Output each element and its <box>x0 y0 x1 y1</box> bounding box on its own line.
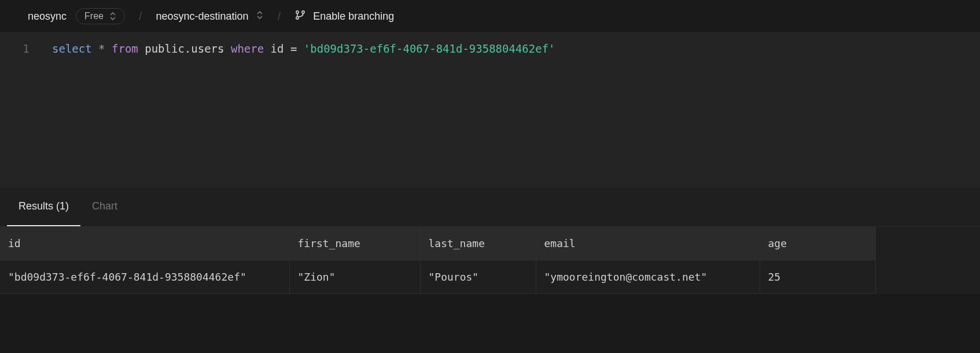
plan-badge-label: Free <box>84 11 104 21</box>
sql-column: id <box>271 42 284 55</box>
svg-point-0 <box>296 10 299 13</box>
git-branch-icon <box>294 9 306 24</box>
cell-age: 25 <box>760 260 875 294</box>
column-header-email[interactable]: email <box>536 227 760 260</box>
sql-string: 'bd09d373-ef6f-4067-841d-9358804462ef' <box>304 42 555 55</box>
project-name[interactable]: neosync <box>28 10 67 23</box>
breadcrumb-separator: / <box>273 10 286 23</box>
sql-operator: = <box>290 42 297 55</box>
sql-editor[interactable]: 1 select * from public.users where id = … <box>0 33 980 187</box>
plan-badge[interactable]: Free <box>76 8 125 24</box>
enable-branching-label: Enable branching <box>313 10 394 23</box>
results-table-wrap: id first_name last_name email age "bd09d… <box>0 227 980 294</box>
line-number: 1 <box>0 40 52 57</box>
column-header-id[interactable]: id <box>0 227 289 260</box>
header: neosync Free / neosync-destination / Ena… <box>0 0 980 33</box>
results-table: id first_name last_name email age "bd09d… <box>0 227 876 294</box>
column-header-first-name[interactable]: first_name <box>289 227 420 260</box>
column-header-age[interactable]: age <box>760 227 875 260</box>
column-header-last-name[interactable]: last_name <box>420 227 536 260</box>
enable-branching-button[interactable]: Enable branching <box>294 9 394 24</box>
branch-selector[interactable]: neosync-destination <box>156 10 264 23</box>
cell-id: "bd09d373-ef6f-4067-841d-9358804462ef" <box>0 260 289 294</box>
table-header-row: id first_name last_name email age <box>0 227 875 260</box>
cell-first-name: "Zion" <box>289 260 420 294</box>
sql-keyword-where: where <box>231 42 264 55</box>
results-panel: Results (1) Chart id first_name last_nam… <box>0 187 980 294</box>
sql-star: * <box>98 42 105 55</box>
results-tabs: Results (1) Chart <box>0 187 980 227</box>
sql-code: select * from public.users where id = 'b… <box>52 40 555 57</box>
svg-point-2 <box>296 16 299 19</box>
cell-email: "ymooreington@comcast.net" <box>536 260 760 294</box>
svg-point-1 <box>302 10 304 13</box>
breadcrumb-separator: / <box>134 10 147 23</box>
sql-keyword-select: select <box>52 42 92 55</box>
tab-results[interactable]: Results (1) <box>7 187 80 226</box>
table-row[interactable]: "bd09d373-ef6f-4067-841d-9358804462ef" "… <box>0 260 875 294</box>
chevron-updown-icon <box>109 12 116 21</box>
chevron-updown-icon <box>256 10 264 23</box>
sql-table: public.users <box>145 42 224 55</box>
branch-name: neosync-destination <box>156 10 249 23</box>
editor-line: 1 select * from public.users where id = … <box>0 40 980 57</box>
cell-last-name: "Pouros" <box>420 260 536 294</box>
sql-keyword-from: from <box>112 42 138 55</box>
tab-chart[interactable]: Chart <box>80 187 129 226</box>
